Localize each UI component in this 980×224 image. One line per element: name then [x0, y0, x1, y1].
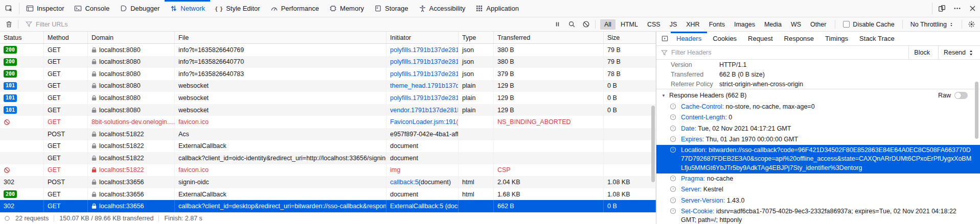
header-row[interactable]: ?Location: bitwarden://sso-callback?code…: [656, 145, 980, 173]
domain-text: localhost:8080: [99, 58, 141, 65]
table-row[interactable]: 101GETlocalhost:8080websocketpolyfills.1…: [0, 92, 656, 104]
table-row[interactable]: 200GETlocalhost:8080info?t=1635826640770…: [0, 56, 656, 68]
close-devtools-button[interactable]: [965, 0, 980, 17]
detail-tab-stack-trace[interactable]: Stack Trace: [854, 32, 900, 45]
type-filter-js[interactable]: JS: [666, 19, 681, 30]
column-header-status[interactable]: Status: [0, 32, 44, 43]
table-row[interactable]: GETlocalhost:51822ExternalCallbackdocume…: [0, 140, 656, 153]
table-row[interactable]: 101GETlocalhost:8080websocketvendor.1791…: [0, 104, 656, 116]
header-name[interactable]: Date:: [681, 125, 696, 132]
sidebar-toggle-button[interactable]: [658, 32, 671, 45]
toolbox-tab-inspector[interactable]: Inspector: [21, 0, 69, 17]
table-row[interactable]: 302POSTlocalhost:33656signin-oidccallbac…: [0, 176, 656, 188]
column-header-initiator[interactable]: Initiator: [386, 32, 459, 43]
detail-tab-timings[interactable]: Timings: [819, 32, 854, 45]
detail-tab-cookies[interactable]: Cookies: [707, 32, 742, 45]
throttling-select[interactable]: No Throttling: [905, 21, 959, 28]
filter-headers-input[interactable]: [671, 49, 905, 56]
network-settings-button[interactable]: [965, 17, 978, 31]
column-header-transferred[interactable]: Transferred: [494, 32, 604, 43]
raw-toggle[interactable]: [954, 92, 968, 99]
header-row[interactable]: ?Server: Kestrel: [656, 184, 980, 195]
initiator-link[interactable]: polyfills.1791b137de281b787…: [390, 58, 459, 65]
devtools-menu-button[interactable]: [949, 0, 965, 17]
table-row[interactable]: GET8bit-solutions-dev.onelogin.…favicon.…: [0, 116, 656, 128]
detail-tab-request[interactable]: Request: [742, 32, 778, 45]
initiator-link[interactable]: FaviconLoader.jsm:191: [390, 118, 456, 126]
response-headers-section[interactable]: ▼ Response Headers (662 B) Raw: [656, 89, 980, 102]
domain-text: localhost:51822: [99, 166, 144, 173]
header-row[interactable]: ?Cache-Control: no-store, no-cache, max-…: [656, 102, 980, 112]
header-name[interactable]: Server:: [681, 186, 701, 193]
type-filter-fonts[interactable]: Fonts: [705, 19, 729, 30]
type-filter-css[interactable]: CSS: [643, 19, 665, 30]
pause-traffic-button[interactable]: [551, 17, 564, 31]
clear-requests-button[interactable]: [2, 17, 15, 31]
finish-time: Finish: 2.87 s: [164, 215, 202, 222]
table-row[interactable]: 200GETlocalhost:8080info?t=1635826640783…: [0, 68, 656, 80]
header-row[interactable]: ?Content-Length: 0: [656, 112, 980, 123]
toolbox-tab-memory[interactable]: Memory: [324, 0, 369, 17]
type-filter-xhr[interactable]: XHR: [682, 19, 703, 30]
column-header-domain[interactable]: Domain: [88, 32, 175, 43]
column-header-size[interactable]: Size: [604, 32, 656, 43]
table-row[interactable]: 200GETlocalhost:8080info?t=1635826640769…: [0, 44, 656, 56]
initiator-link[interactable]: callback:5: [390, 179, 419, 186]
header-row[interactable]: ?Date: Tue, 02 Nov 2021 04:17:21 GMT: [656, 123, 980, 134]
table-row[interactable]: POSTlocalhost:51822Acse957f897-042e-4ba1…: [0, 128, 656, 140]
toolbox-tab-accessibility[interactable]: Accessibility: [414, 0, 471, 17]
filter-urls-input[interactable]: [36, 21, 550, 28]
initiator-link[interactable]: vendor.1791b137de281b787…: [390, 107, 459, 114]
resend-button[interactable]: Resend: [938, 46, 980, 59]
column-header-file[interactable]: File: [175, 32, 386, 43]
type-filter-html[interactable]: HTML: [617, 19, 642, 30]
column-header-type[interactable]: Type: [459, 32, 494, 43]
initiator-link[interactable]: polyfills.1791b137de281b787…: [390, 46, 459, 54]
header-row[interactable]: ?Pragma: no-cache: [656, 173, 980, 184]
details-scrollbar[interactable]: [975, 82, 978, 139]
initiator-link[interactable]: polyfills.1791b137de281b787…: [390, 94, 459, 102]
header-name[interactable]: Cache-Control:: [681, 103, 724, 110]
toolbox-tab-network[interactable]: Network: [165, 0, 210, 17]
table-row[interactable]: GETlocalhost:51822callback?client_id=oid…: [0, 152, 656, 164]
type-filter-other[interactable]: Other: [806, 19, 830, 30]
block-requests-button[interactable]: [579, 17, 592, 31]
header-row[interactable]: ?Expires: Thu, 01 Jan 1970 00:00:00 GMT: [656, 134, 980, 145]
header-name[interactable]: Content-Length:: [681, 114, 727, 121]
toolbox-tab-performance[interactable]: Performance: [265, 0, 324, 17]
toolbox-tab-console[interactable]: Console: [69, 0, 115, 17]
table-row[interactable]: 302GETlocalhost:33656callback?client_id=…: [0, 200, 656, 212]
type-filter-images[interactable]: Images: [730, 19, 759, 30]
disable-cache-control[interactable]: Disable Cache: [838, 21, 899, 28]
header-name[interactable]: Set-Cookie:: [681, 208, 714, 215]
header-name[interactable]: Expires:: [681, 136, 704, 143]
table-row[interactable]: GETlocalhost:51822favicon.icoimgCSP: [0, 164, 656, 177]
table-row[interactable]: 101GETlocalhost:8080websockettheme_head.…: [0, 80, 656, 92]
toolbox-tab-style-editor[interactable]: { }Style Editor: [210, 0, 265, 17]
type-filter-all[interactable]: All: [600, 19, 616, 30]
toolbox-tab-debugger[interactable]: Debugger: [115, 0, 165, 17]
toolbox-tab-storage[interactable]: Storage: [369, 0, 414, 17]
disable-cache-checkbox[interactable]: [843, 21, 850, 28]
toolbox-tab-label: Memory: [340, 5, 364, 12]
header-row[interactable]: ?Set-Cookie: idsrv=adf6cba1-7075-402b-9e…: [656, 206, 980, 224]
header-name[interactable]: Server-Version:: [681, 197, 725, 204]
detail-tab-headers[interactable]: Headers: [671, 32, 707, 45]
initiator-link[interactable]: polyfills.1791b137de281b787…: [390, 70, 459, 78]
header-row[interactable]: ?Server-Version: 1.43.0: [656, 195, 980, 206]
search-button[interactable]: [565, 17, 578, 31]
header-name[interactable]: Pragma:: [681, 175, 705, 182]
detail-tab-response[interactable]: Response: [779, 32, 820, 45]
header-name[interactable]: Location:: [681, 146, 707, 154]
requests-scrollbar[interactable]: [651, 106, 655, 182]
type-filter-media[interactable]: Media: [760, 19, 786, 30]
toolbox-tab-application[interactable]: Application: [470, 0, 524, 17]
initiator-link[interactable]: theme_head.1791b137de281…: [390, 82, 459, 89]
block-url-button[interactable]: Block: [908, 46, 935, 59]
responsive-design-button[interactable]: [934, 0, 949, 17]
column-header-method[interactable]: Method: [44, 32, 88, 43]
pick-element-button[interactable]: [0, 0, 17, 17]
type-filter-ws[interactable]: WS: [787, 19, 805, 30]
table-row[interactable]: 200GETlocalhost:33656ExternalCallbackdoc…: [0, 188, 656, 201]
type-cell: html: [459, 188, 494, 201]
